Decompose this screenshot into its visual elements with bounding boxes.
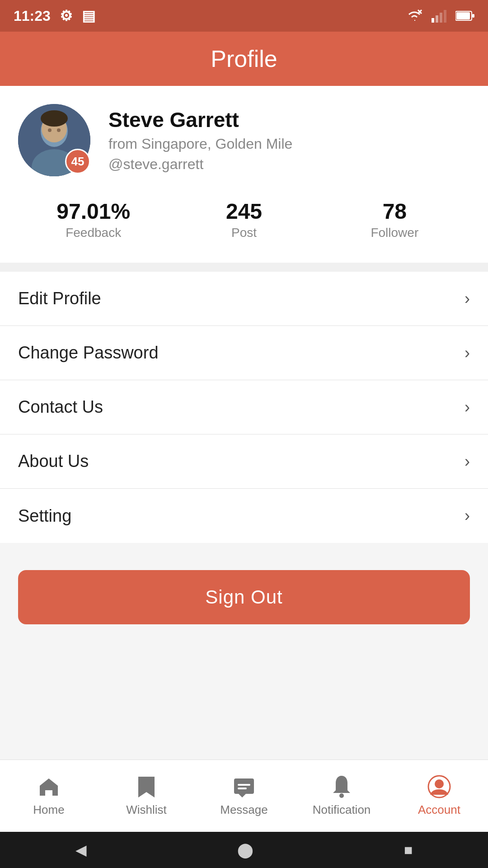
nav-message[interactable]: Message <box>195 775 293 817</box>
feedback-label: Feedback <box>66 226 121 240</box>
post-label: Post <box>231 226 257 240</box>
svg-rect-8 <box>472 14 474 18</box>
contact-us-label: Contact Us <box>18 397 103 417</box>
edit-profile-chevron: › <box>465 289 470 308</box>
svg-rect-17 <box>238 784 250 786</box>
menu-item-setting[interactable]: Setting › <box>0 489 488 543</box>
sign-out-button[interactable]: Sign Out <box>18 570 470 624</box>
status-bar: 11:23 ⚙ ▤ <box>0 0 488 32</box>
account-nav-label: Account <box>418 803 460 817</box>
status-bar-left: 11:23 ⚙ ▤ <box>14 7 95 24</box>
profile-name: Steve Garrett <box>108 108 292 132</box>
battery-icon <box>455 10 474 21</box>
menu-item-about-us[interactable]: About Us › <box>0 434 488 489</box>
main-content: 45 Steve Garrett from Singapore, Golden … <box>0 86 488 760</box>
svg-rect-7 <box>456 12 470 19</box>
svg-rect-5 <box>444 10 446 23</box>
profile-username: @steve.garrett <box>108 156 292 173</box>
change-password-label: Change Password <box>18 343 159 363</box>
about-us-chevron: › <box>465 452 470 471</box>
nav-home[interactable]: Home <box>0 775 98 817</box>
menu-item-edit-profile[interactable]: Edit Profile › <box>0 272 488 326</box>
menu-item-change-password[interactable]: Change Password › <box>0 326 488 380</box>
stats-row: 97.01% Feedback 245 Post 78 Follower <box>18 194 470 249</box>
edit-profile-label: Edit Profile <box>18 289 101 308</box>
account-icon <box>427 775 451 798</box>
about-us-label: About Us <box>18 452 89 471</box>
home-icon <box>37 775 61 798</box>
signal-icon <box>432 9 447 23</box>
nav-notification[interactable]: Notification <box>293 775 390 817</box>
bottom-nav: Home Wishlist Message Notification Accou… <box>0 760 488 832</box>
menu-section: Edit Profile › Change Password › Contact… <box>0 272 488 543</box>
svg-point-15 <box>57 128 61 132</box>
svg-point-14 <box>48 128 52 132</box>
section-divider <box>0 263 488 272</box>
wishlist-nav-label: Wishlist <box>126 803 167 817</box>
follower-label: Follower <box>371 226 418 240</box>
notification-icon <box>331 775 352 798</box>
stat-post: 245 Post <box>169 199 319 240</box>
settings-icon: ⚙ <box>60 7 73 24</box>
profile-top: 45 Steve Garrett from Singapore, Golden … <box>18 104 470 176</box>
svg-point-21 <box>435 779 444 788</box>
page-header: Profile <box>0 32 488 86</box>
profile-info: Steve Garrett from Singapore, Golden Mil… <box>108 108 292 173</box>
svg-rect-16 <box>234 778 254 794</box>
feedback-value: 97.01% <box>56 199 130 224</box>
clipboard-icon: ▤ <box>82 7 95 24</box>
home-nav-label: Home <box>33 803 64 817</box>
svg-point-19 <box>339 793 344 798</box>
setting-chevron: › <box>465 506 470 525</box>
sign-out-area: Sign Out <box>0 543 488 642</box>
android-nav-bar: ◀ ⬤ ■ <box>0 832 488 868</box>
profile-section: 45 Steve Garrett from Singapore, Golden … <box>0 86 488 263</box>
time-display: 11:23 <box>14 8 51 24</box>
change-password-chevron: › <box>465 344 470 363</box>
wifi-icon <box>405 9 423 23</box>
stat-feedback: 97.01% Feedback <box>18 199 169 240</box>
svg-rect-18 <box>238 788 247 789</box>
follower-value: 78 <box>383 199 407 224</box>
stat-follower: 78 Follower <box>319 199 470 240</box>
svg-rect-2 <box>432 18 434 23</box>
setting-label: Setting <box>18 506 71 526</box>
badge-count: 45 <box>65 149 90 174</box>
status-bar-right <box>405 9 474 23</box>
svg-point-13 <box>41 110 68 127</box>
profile-location: from Singapore, Golden Mile <box>108 136 292 152</box>
message-icon <box>232 775 256 798</box>
avatar-wrapper: 45 <box>18 104 90 176</box>
back-button[interactable]: ◀ <box>75 841 87 859</box>
menu-item-contact-us[interactable]: Contact Us › <box>0 380 488 434</box>
nav-wishlist[interactable]: Wishlist <box>98 775 195 817</box>
message-nav-label: Message <box>220 803 268 817</box>
notification-nav-label: Notification <box>313 803 371 817</box>
nav-account[interactable]: Account <box>390 775 488 817</box>
contact-us-chevron: › <box>465 398 470 417</box>
post-value: 245 <box>226 199 262 224</box>
recent-button[interactable]: ■ <box>404 842 413 859</box>
page-title: Profile <box>211 45 277 72</box>
svg-rect-4 <box>440 13 442 23</box>
svg-rect-3 <box>436 15 438 23</box>
home-button[interactable]: ⬤ <box>237 841 253 859</box>
wishlist-icon <box>136 775 156 798</box>
